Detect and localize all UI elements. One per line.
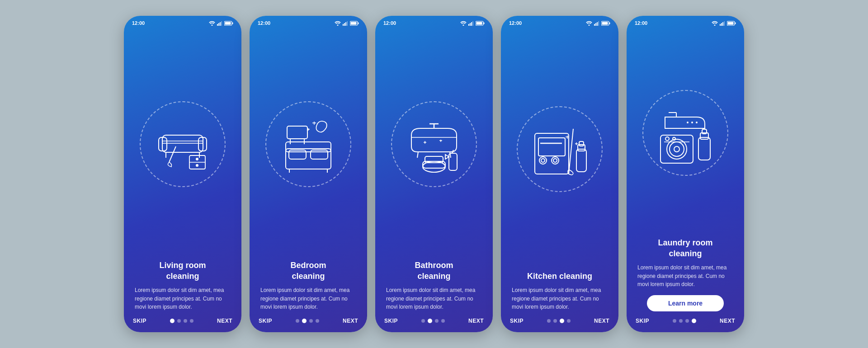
svg-rect-6 [232, 22, 233, 24]
status-bar-3: 12:00 [375, 16, 493, 28]
svg-rect-21 [347, 21, 348, 26]
svg-rect-61 [597, 22, 598, 26]
svg-rect-66 [535, 133, 569, 174]
phone-screen-3: 12:00 [375, 16, 493, 332]
living-room-icon [149, 110, 217, 178]
svg-rect-74 [576, 149, 586, 172]
dot-4-2 [560, 319, 564, 323]
status-time-5: 12:00 [635, 20, 647, 26]
icon-area-5 [627, 28, 744, 238]
svg-rect-67 [538, 138, 565, 156]
signal-icon-3 [468, 21, 474, 26]
wifi-icon-4 [586, 21, 592, 26]
svg-rect-40 [471, 22, 472, 26]
svg-rect-82 [721, 23, 722, 26]
svg-rect-35 [287, 126, 307, 139]
svg-line-48 [417, 152, 418, 158]
svg-line-73 [569, 129, 573, 174]
bathroom-icon [400, 110, 468, 178]
next-button-2[interactable]: NEXT [343, 318, 358, 324]
status-icons-3 [460, 21, 485, 26]
bottom-nav-5: SKIP NEXT [627, 311, 744, 332]
screens-container: 12:00 [124, 16, 744, 332]
svg-point-70 [541, 159, 545, 162]
status-icons-2 [335, 21, 359, 26]
card-body-3: Lorem ipsum dolor sit dim amet, mea regi… [386, 286, 482, 311]
svg-rect-19 [344, 23, 345, 26]
dots-2 [296, 319, 319, 323]
svg-rect-5 [225, 22, 231, 24]
svg-rect-100 [698, 137, 710, 160]
svg-point-99 [673, 137, 675, 140]
svg-point-16 [196, 165, 198, 166]
status-bar-4: 12:00 [501, 16, 618, 28]
svg-point-90 [687, 122, 689, 123]
status-bar-1: 12:00 [124, 16, 241, 28]
dot-4-1 [553, 319, 557, 323]
skip-button-4[interactable]: SKIP [510, 318, 524, 324]
kitchen-icon [526, 115, 594, 183]
wifi-icon-3 [460, 21, 467, 26]
svg-rect-60 [595, 23, 596, 26]
svg-rect-24 [358, 22, 359, 24]
dot-1-0 [170, 319, 175, 323]
status-time-3: 12:00 [383, 20, 396, 26]
status-icons-1 [209, 21, 233, 26]
dot-2-2 [309, 319, 313, 323]
next-button-1[interactable]: NEXT [217, 318, 232, 324]
card-body-5: Lorem ipsum dolor sit dim amet, mea regi… [637, 263, 733, 289]
signal-icon-4 [594, 21, 599, 26]
learn-more-button[interactable]: Learn more [647, 295, 724, 311]
next-button-5[interactable]: NEXT [720, 318, 735, 324]
skip-button-1[interactable]: SKIP [133, 318, 146, 324]
content-area-2: Bedroomcleaning Lorem ipsum dolor sit di… [250, 260, 367, 311]
next-button-3[interactable]: NEXT [468, 318, 484, 324]
svg-rect-81 [720, 24, 721, 26]
card-title-1: Living roomcleaning [135, 260, 231, 282]
dot-2-3 [316, 319, 319, 323]
svg-rect-83 [722, 22, 723, 26]
svg-rect-39 [470, 23, 471, 26]
dashed-circle-1 [140, 101, 226, 187]
svg-line-49 [450, 152, 451, 158]
card-title-3: Bathroomcleaning [386, 260, 482, 282]
status-time-4: 12:00 [509, 20, 522, 26]
phone-screen-1: 12:00 [124, 16, 241, 332]
svg-rect-20 [345, 22, 346, 26]
card-body-4: Lorem ipsum dolor sit dim amet, mea regi… [512, 286, 608, 311]
bedroom-icon [274, 110, 342, 178]
svg-rect-64 [602, 22, 608, 24]
phone-screen-2: 12:00 [250, 16, 367, 332]
dashed-circle-4 [517, 106, 603, 192]
icon-area-1 [124, 28, 241, 260]
card-body-2: Lorem ipsum dolor sit dim amet, mea regi… [260, 286, 356, 311]
skip-button-3[interactable]: SKIP [384, 318, 398, 324]
svg-rect-10 [162, 141, 203, 143]
battery-icon-1 [224, 21, 233, 26]
dots-5 [673, 319, 696, 323]
svg-rect-43 [476, 22, 482, 24]
dots-4 [547, 319, 571, 323]
svg-point-98 [665, 137, 669, 141]
bottom-nav-4: SKIP NEXT [501, 311, 618, 332]
skip-button-5[interactable]: SKIP [636, 318, 649, 324]
status-time-2: 12:00 [258, 20, 270, 26]
svg-rect-62 [598, 21, 599, 26]
svg-point-91 [691, 122, 693, 123]
status-icons-5 [712, 21, 736, 26]
dot-4-3 [567, 319, 571, 323]
skip-button-2[interactable]: SKIP [259, 318, 272, 324]
signal-icon-1 [217, 21, 222, 26]
content-area-5: Laundry roomcleaning Lorem ipsum dolor s… [627, 238, 744, 311]
dot-4-0 [547, 319, 551, 323]
dots-1 [170, 319, 193, 323]
content-area-4: Kitchen cleaning Lorem ipsum dolor sit d… [501, 271, 618, 311]
card-body-1: Lorem ipsum dolor sit dim amet, mea regi… [135, 286, 231, 311]
svg-rect-76 [579, 141, 584, 146]
dot-3-3 [441, 319, 445, 323]
svg-rect-18 [343, 24, 344, 26]
dot-5-1 [679, 319, 683, 323]
battery-icon-4 [601, 21, 610, 26]
svg-line-17 [169, 146, 176, 162]
next-button-4[interactable]: NEXT [594, 318, 609, 324]
